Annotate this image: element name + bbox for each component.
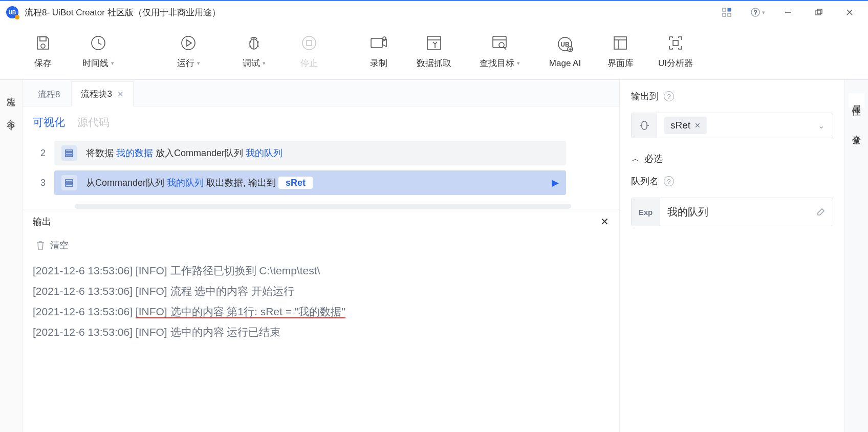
help-icon[interactable]: ? <box>664 91 674 101</box>
tab-flowblock3[interactable]: 流程块3 ✕ <box>71 81 133 106</box>
svg-point-12 <box>41 44 45 48</box>
svg-rect-11 <box>40 37 46 41</box>
help-icon[interactable]: ? <box>664 176 674 186</box>
tab-flow8[interactable]: 流程8 <box>29 82 69 106</box>
svg-point-19 <box>383 37 386 40</box>
step-card[interactable]: 将数据 我的数据 放入Commander队列 我的队列 <box>54 141 566 165</box>
svg-rect-18 <box>371 38 382 48</box>
camera-icon <box>370 34 388 52</box>
leftrail-commands[interactable]: 命令 <box>5 113 17 117</box>
mage-ai-button[interactable]: UB Mage AI <box>532 27 598 76</box>
output-title: 输出 <box>33 215 51 228</box>
stop-button: 停止 <box>287 27 332 76</box>
data-extract-icon <box>425 34 443 52</box>
remove-chip-icon[interactable]: ✕ <box>695 121 701 129</box>
edit-icon[interactable] <box>816 207 826 217</box>
log-line: [2021-12-6 13:53:06] [INFO] 流程 选中的内容 开始运… <box>33 281 609 301</box>
record-button[interactable]: 录制 <box>356 27 401 76</box>
step-card-selected[interactable]: 从Commander队列 我的队列 取出数据, 输出到 sRet ▶ <box>54 170 566 195</box>
svg-rect-39 <box>66 182 73 184</box>
chevron-up-icon: ︿ <box>631 153 640 165</box>
stop-circle-icon <box>300 34 318 52</box>
chevron-down-icon[interactable]: ⌄ <box>818 121 824 131</box>
clear-output-button[interactable]: 清空 <box>23 234 619 256</box>
step-text: 从Commander队列 我的队列 取出数据, 输出到 sRet <box>86 177 313 189</box>
rightrail-variables[interactable]: 变量 <box>851 128 862 132</box>
toolbar-label: 数据抓取 <box>417 57 451 69</box>
viewmode-visual[interactable]: 可视化 <box>33 115 65 129</box>
variable-chip[interactable]: sRet✕ <box>664 117 707 134</box>
left-rail: 流程 命令 <box>0 80 23 432</box>
help-icon[interactable]: ? ▾ <box>745 4 770 20</box>
variable-icon <box>632 113 657 138</box>
step-line-number: 2 <box>32 148 54 159</box>
viewmode-source[interactable]: 源代码 <box>77 115 110 129</box>
queue-icon <box>61 175 77 190</box>
toolbar-label: 运行 <box>177 57 194 69</box>
variable-chip: sRet <box>278 177 313 189</box>
close-icon[interactable]: ✕ <box>117 90 124 99</box>
view-mode-switch: 可视化 源代码 <box>23 106 619 138</box>
center-column: 流程8 流程块3 ✕ 可视化 源代码 2 将数据 我的数据 放入Commande… <box>23 80 619 432</box>
toolbar-label: 界面库 <box>607 57 634 69</box>
save-button[interactable]: 保存 <box>20 27 66 76</box>
queue-name-field[interactable]: Exp 我的队列 <box>631 198 833 226</box>
log-line: [2021-12-6 13:53:06] [INFO] 选中的内容 运行已结束 <box>33 322 609 342</box>
chevron-down-icon: ▾ <box>197 60 200 67</box>
rightrail-properties[interactable]: 属性 <box>849 93 864 107</box>
toolbar-label: UI分析器 <box>658 57 693 69</box>
step-line-number: 3 <box>32 178 54 188</box>
svg-rect-35 <box>66 150 73 152</box>
mage-ai-icon: UB <box>556 35 574 53</box>
step-row[interactable]: 3 从Commander队列 我的队列 取出数据, 输出到 sRet ▶ <box>32 168 610 198</box>
svg-point-16 <box>302 36 316 50</box>
window-title: 流程8- UiBot Creator 社区版（仅用于非商业用途） <box>25 7 221 18</box>
toolbar-label: 调试 <box>243 57 260 69</box>
maximize-button[interactable] <box>807 4 831 20</box>
output-panel: 输出 ✕ 清空 [2021-12-6 13:53:06] [INFO] 工作路径… <box>23 209 619 432</box>
titlebar: UB 流程8- UiBot Creator 社区版（仅用于非商业用途） ? ▾ <box>0 1 868 24</box>
app-logo-icon: UB <box>6 6 18 18</box>
step-row[interactable]: 2 将数据 我的数据 放入Commander队列 我的队列 <box>32 138 610 168</box>
svg-rect-38 <box>66 180 73 181</box>
chevron-down-icon: ▾ <box>111 60 114 67</box>
horizontal-scrollbar[interactable] <box>75 204 571 209</box>
svg-rect-40 <box>66 185 73 186</box>
tab-strip: 流程8 流程块3 ✕ <box>23 80 619 106</box>
close-button[interactable] <box>837 4 862 20</box>
right-rail: 属性 变量 <box>844 80 868 432</box>
output-log: [2021-12-6 13:53:06] [INFO] 工作路径已切换到 C:\… <box>23 256 619 347</box>
run-button[interactable]: 运行▾ <box>156 27 221 76</box>
apps-icon[interactable] <box>714 4 739 20</box>
properties-panel: 输出到 ? sRet✕ ⌄ ︿ 必选 队列名 ? Exp 我的队列 <box>619 80 844 432</box>
svg-rect-0 <box>723 8 726 11</box>
debug-button[interactable]: 调试▾ <box>221 27 287 76</box>
svg-rect-36 <box>66 153 73 154</box>
svg-rect-41 <box>642 121 647 129</box>
steps-list: 2 将数据 我的数据 放入Commander队列 我的队列 3 从Command… <box>23 138 619 209</box>
chevron-down-icon: ▾ <box>517 60 520 67</box>
toolbar-label: Mage AI <box>549 58 581 69</box>
toolbar-label: 录制 <box>370 57 387 69</box>
timeline-button[interactable]: 时间线▾ <box>66 27 131 76</box>
svg-rect-34 <box>673 40 678 46</box>
leftrail-flow[interactable]: 流程 <box>5 90 17 94</box>
uilib-button[interactable]: 界面库 <box>598 27 643 76</box>
save-icon <box>34 34 52 52</box>
toolbar-label: 查找目标 <box>480 57 514 69</box>
ui-analyzer-button[interactable]: UI分析器 <box>643 27 708 76</box>
output-header: 输出 ✕ <box>23 209 619 234</box>
search-window-icon <box>490 34 509 52</box>
svg-rect-37 <box>66 155 73 157</box>
svg-rect-17 <box>307 40 312 46</box>
output-variable-field[interactable]: sRet✕ ⌄ <box>631 113 833 138</box>
find-target-button[interactable]: 查找目标▾ <box>467 27 532 76</box>
required-section-toggle[interactable]: ︿ 必选 <box>631 148 833 165</box>
scrape-button[interactable]: 数据抓取 <box>401 27 467 76</box>
play-icon[interactable]: ▶ <box>552 177 559 188</box>
close-icon[interactable]: ✕ <box>600 215 609 228</box>
svg-point-24 <box>499 42 504 48</box>
svg-rect-2 <box>723 13 726 16</box>
minimize-button[interactable] <box>776 4 800 20</box>
toolbar-label: 停止 <box>300 57 318 69</box>
